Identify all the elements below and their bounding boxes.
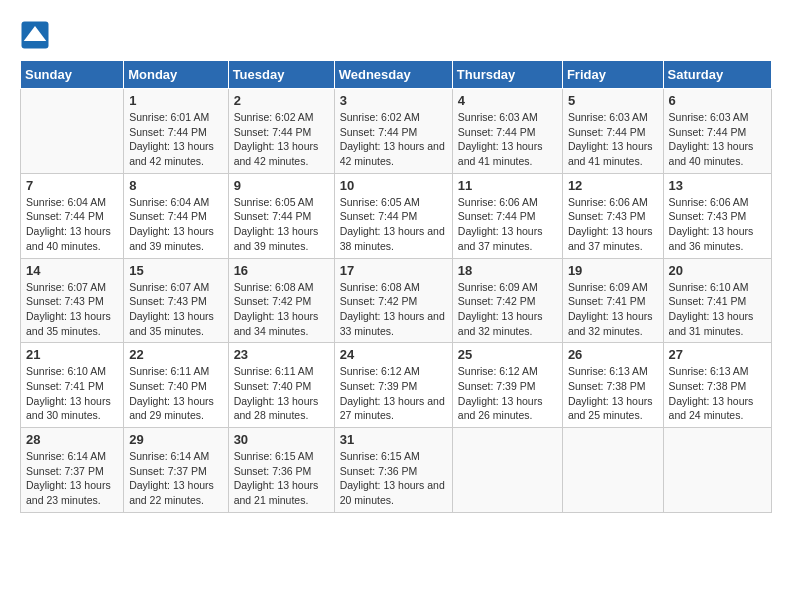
calendar-cell: 13Sunrise: 6:06 AMSunset: 7:43 PMDayligh… [663,173,771,258]
day-number: 16 [234,263,329,278]
calendar-cell: 8Sunrise: 6:04 AMSunset: 7:44 PMDaylight… [124,173,228,258]
day-number: 9 [234,178,329,193]
calendar-week-row: 28Sunrise: 6:14 AMSunset: 7:37 PMDayligh… [21,428,772,513]
calendar-cell: 2Sunrise: 6:02 AMSunset: 7:44 PMDaylight… [228,89,334,174]
logo [20,20,54,50]
calendar-cell [452,428,562,513]
day-number: 4 [458,93,557,108]
calendar-cell: 4Sunrise: 6:03 AMSunset: 7:44 PMDaylight… [452,89,562,174]
day-number: 3 [340,93,447,108]
calendar-cell: 30Sunrise: 6:15 AMSunset: 7:36 PMDayligh… [228,428,334,513]
cell-content: Sunrise: 6:11 AMSunset: 7:40 PMDaylight:… [129,364,222,423]
calendar-cell: 6Sunrise: 6:03 AMSunset: 7:44 PMDaylight… [663,89,771,174]
calendar-header-row: SundayMondayTuesdayWednesdayThursdayFrid… [21,61,772,89]
calendar-cell: 19Sunrise: 6:09 AMSunset: 7:41 PMDayligh… [562,258,663,343]
calendar-week-row: 7Sunrise: 6:04 AMSunset: 7:44 PMDaylight… [21,173,772,258]
calendar-week-row: 21Sunrise: 6:10 AMSunset: 7:41 PMDayligh… [21,343,772,428]
day-number: 14 [26,263,118,278]
day-number: 13 [669,178,766,193]
cell-content: Sunrise: 6:03 AMSunset: 7:44 PMDaylight:… [669,110,766,169]
day-number: 21 [26,347,118,362]
day-number: 25 [458,347,557,362]
cell-content: Sunrise: 6:15 AMSunset: 7:36 PMDaylight:… [234,449,329,508]
calendar-cell: 28Sunrise: 6:14 AMSunset: 7:37 PMDayligh… [21,428,124,513]
day-number: 30 [234,432,329,447]
day-number: 12 [568,178,658,193]
day-number: 19 [568,263,658,278]
calendar-cell: 22Sunrise: 6:11 AMSunset: 7:40 PMDayligh… [124,343,228,428]
cell-content: Sunrise: 6:07 AMSunset: 7:43 PMDaylight:… [26,280,118,339]
cell-content: Sunrise: 6:08 AMSunset: 7:42 PMDaylight:… [340,280,447,339]
calendar-cell: 16Sunrise: 6:08 AMSunset: 7:42 PMDayligh… [228,258,334,343]
calendar-cell: 25Sunrise: 6:12 AMSunset: 7:39 PMDayligh… [452,343,562,428]
calendar-cell: 23Sunrise: 6:11 AMSunset: 7:40 PMDayligh… [228,343,334,428]
cell-content: Sunrise: 6:10 AMSunset: 7:41 PMDaylight:… [26,364,118,423]
cell-content: Sunrise: 6:13 AMSunset: 7:38 PMDaylight:… [669,364,766,423]
calendar-cell [21,89,124,174]
column-header-monday: Monday [124,61,228,89]
day-number: 1 [129,93,222,108]
day-number: 15 [129,263,222,278]
cell-content: Sunrise: 6:06 AMSunset: 7:43 PMDaylight:… [669,195,766,254]
calendar-cell: 29Sunrise: 6:14 AMSunset: 7:37 PMDayligh… [124,428,228,513]
page-header [20,20,772,50]
calendar-cell: 15Sunrise: 6:07 AMSunset: 7:43 PMDayligh… [124,258,228,343]
cell-content: Sunrise: 6:14 AMSunset: 7:37 PMDaylight:… [129,449,222,508]
day-number: 8 [129,178,222,193]
calendar-cell: 14Sunrise: 6:07 AMSunset: 7:43 PMDayligh… [21,258,124,343]
cell-content: Sunrise: 6:07 AMSunset: 7:43 PMDaylight:… [129,280,222,339]
day-number: 2 [234,93,329,108]
calendar-cell: 27Sunrise: 6:13 AMSunset: 7:38 PMDayligh… [663,343,771,428]
day-number: 18 [458,263,557,278]
column-header-sunday: Sunday [21,61,124,89]
calendar-cell: 3Sunrise: 6:02 AMSunset: 7:44 PMDaylight… [334,89,452,174]
day-number: 27 [669,347,766,362]
cell-content: Sunrise: 6:10 AMSunset: 7:41 PMDaylight:… [669,280,766,339]
calendar-cell: 11Sunrise: 6:06 AMSunset: 7:44 PMDayligh… [452,173,562,258]
day-number: 22 [129,347,222,362]
calendar-cell: 31Sunrise: 6:15 AMSunset: 7:36 PMDayligh… [334,428,452,513]
cell-content: Sunrise: 6:11 AMSunset: 7:40 PMDaylight:… [234,364,329,423]
calendar-week-row: 14Sunrise: 6:07 AMSunset: 7:43 PMDayligh… [21,258,772,343]
cell-content: Sunrise: 6:06 AMSunset: 7:44 PMDaylight:… [458,195,557,254]
cell-content: Sunrise: 6:12 AMSunset: 7:39 PMDaylight:… [458,364,557,423]
cell-content: Sunrise: 6:12 AMSunset: 7:39 PMDaylight:… [340,364,447,423]
calendar-cell: 26Sunrise: 6:13 AMSunset: 7:38 PMDayligh… [562,343,663,428]
day-number: 26 [568,347,658,362]
calendar-cell: 1Sunrise: 6:01 AMSunset: 7:44 PMDaylight… [124,89,228,174]
calendar-cell: 9Sunrise: 6:05 AMSunset: 7:44 PMDaylight… [228,173,334,258]
cell-content: Sunrise: 6:08 AMSunset: 7:42 PMDaylight:… [234,280,329,339]
cell-content: Sunrise: 6:03 AMSunset: 7:44 PMDaylight:… [568,110,658,169]
calendar-cell: 20Sunrise: 6:10 AMSunset: 7:41 PMDayligh… [663,258,771,343]
day-number: 20 [669,263,766,278]
cell-content: Sunrise: 6:01 AMSunset: 7:44 PMDaylight:… [129,110,222,169]
calendar-cell [562,428,663,513]
calendar-cell: 17Sunrise: 6:08 AMSunset: 7:42 PMDayligh… [334,258,452,343]
cell-content: Sunrise: 6:02 AMSunset: 7:44 PMDaylight:… [234,110,329,169]
cell-content: Sunrise: 6:05 AMSunset: 7:44 PMDaylight:… [340,195,447,254]
column-header-saturday: Saturday [663,61,771,89]
calendar-cell: 5Sunrise: 6:03 AMSunset: 7:44 PMDaylight… [562,89,663,174]
day-number: 17 [340,263,447,278]
day-number: 31 [340,432,447,447]
day-number: 29 [129,432,222,447]
day-number: 28 [26,432,118,447]
day-number: 10 [340,178,447,193]
column-header-wednesday: Wednesday [334,61,452,89]
cell-content: Sunrise: 6:09 AMSunset: 7:41 PMDaylight:… [568,280,658,339]
cell-content: Sunrise: 6:05 AMSunset: 7:44 PMDaylight:… [234,195,329,254]
calendar-week-row: 1Sunrise: 6:01 AMSunset: 7:44 PMDaylight… [21,89,772,174]
column-header-thursday: Thursday [452,61,562,89]
day-number: 6 [669,93,766,108]
calendar-cell: 18Sunrise: 6:09 AMSunset: 7:42 PMDayligh… [452,258,562,343]
logo-icon [20,20,50,50]
day-number: 24 [340,347,447,362]
calendar-cell: 12Sunrise: 6:06 AMSunset: 7:43 PMDayligh… [562,173,663,258]
calendar-cell: 21Sunrise: 6:10 AMSunset: 7:41 PMDayligh… [21,343,124,428]
cell-content: Sunrise: 6:04 AMSunset: 7:44 PMDaylight:… [26,195,118,254]
cell-content: Sunrise: 6:06 AMSunset: 7:43 PMDaylight:… [568,195,658,254]
calendar-cell [663,428,771,513]
cell-content: Sunrise: 6:03 AMSunset: 7:44 PMDaylight:… [458,110,557,169]
cell-content: Sunrise: 6:09 AMSunset: 7:42 PMDaylight:… [458,280,557,339]
day-number: 5 [568,93,658,108]
